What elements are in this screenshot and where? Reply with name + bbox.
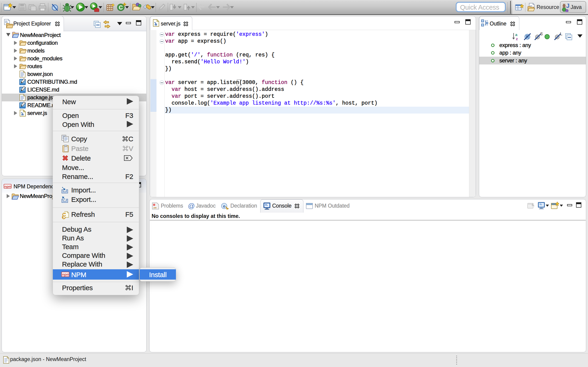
svg-text:@: @: [188, 202, 195, 210]
svg-text:npm: npm: [4, 184, 11, 188]
svg-text:npm: npm: [62, 273, 69, 276]
svg-text:J: J: [566, 3, 569, 9]
svg-text:a: a: [515, 33, 518, 37]
svg-text:z: z: [516, 37, 518, 41]
svg-text:C: C: [119, 4, 123, 10]
svg-text:e: e: [223, 204, 225, 209]
